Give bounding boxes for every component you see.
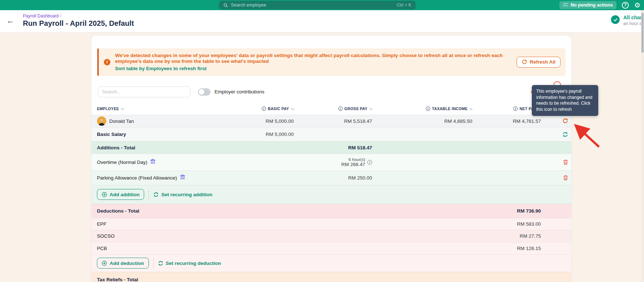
table-header-row: EMPLOYEE↑↓ iBASIC PAY↑↓ iGROSS PAY↑↓ iTA…	[91, 103, 571, 115]
row-label: SOCSO	[97, 233, 115, 239]
overtime-amount: RM 268.47	[341, 162, 365, 167]
table-row-parking-allowance: Parking Allowance (Fixed Allowance) RM 2…	[91, 170, 571, 185]
overtime-qty: 6 hour(s)	[349, 157, 365, 162]
recurring-icon	[158, 261, 163, 266]
info-icon[interactable]: i	[367, 160, 372, 165]
row-label: Deductions - Total	[97, 208, 139, 214]
toggle-knob	[199, 89, 204, 95]
delete-trash-icon[interactable]	[563, 175, 568, 181]
divider	[153, 258, 154, 269]
warning-banner: i We've detected changes in some of your…	[97, 48, 566, 76]
employee-name: Donald Tan	[109, 118, 134, 124]
parking-amount: RM 250.00	[348, 175, 372, 181]
deductions-total-amount: RM 736.90	[517, 208, 541, 214]
deduction-actions-row: Add deduction Set recurring deduction	[91, 254, 571, 272]
table-row-overtime: Overtime (Normal Day) 6 hour(s)	[91, 154, 571, 170]
sort-icon: ↑↓	[121, 107, 124, 111]
page-header: ← Payroll Dashboard/ Run Payroll - April…	[0, 10, 644, 33]
employee-gross-pay: RM 5,518.47	[344, 118, 372, 124]
info-icon: i	[513, 106, 518, 111]
sync-icon[interactable]	[562, 132, 568, 137]
back-button[interactable]: ←	[7, 16, 15, 25]
global-search-placeholder: Search employee	[231, 3, 394, 8]
search-shortcut-hint: Ctrl + K	[397, 3, 411, 8]
breadcrumb-payroll-dashboard[interactable]: Payroll Dashboard	[23, 13, 59, 19]
checklist-icon	[563, 3, 568, 8]
statutory-bank-icon	[150, 159, 155, 165]
column-header-basic-pay[interactable]: iBASIC PAY↑↓	[262, 106, 294, 111]
breadcrumb-separator: /	[60, 13, 61, 19]
set-recurring-deduction-link[interactable]: Set recurring deduction	[158, 261, 221, 266]
banner-text: We've detected changes in some of your e…	[115, 53, 517, 72]
additions-total-amount: RM 518.47	[348, 145, 372, 150]
refresh-all-button[interactable]: Refresh All	[517, 57, 561, 68]
scrollbar-thumb[interactable]	[641, 13, 644, 53]
title-block: Payroll Dashboard/ Run Payroll - April 2…	[23, 13, 134, 28]
sort-icon: ↑↓	[369, 107, 372, 111]
row-label: Additions - Total	[97, 145, 135, 150]
row-label: Tax Reliefs - Total	[97, 277, 138, 282]
app-root: Search employee Ctrl + K No pending acti…	[0, 0, 644, 282]
info-icon: i	[262, 106, 266, 111]
divider	[148, 189, 149, 200]
sort-by-employees-link[interactable]: Sort table by Employees to refresh first	[115, 66, 207, 71]
sort-icon: ↑↓	[469, 107, 472, 111]
column-header-employee[interactable]: EMPLOYEE↑↓	[91, 106, 200, 111]
page-title: Run Payroll - April 2025, Default	[23, 19, 134, 28]
table-search-input[interactable]	[98, 86, 191, 97]
row-label: Overtime (Normal Day)	[97, 160, 147, 165]
refresh-icon	[522, 59, 527, 65]
delete-trash-icon[interactable]	[563, 160, 568, 165]
statutory-bank-icon	[180, 174, 185, 181]
sort-icon: ↑↓	[291, 107, 294, 111]
refresh-tooltip: This employee's payroll information has …	[532, 85, 598, 116]
plus-circle-icon	[102, 261, 107, 266]
row-label: PCB	[97, 246, 107, 251]
gear-icon[interactable]: ⚙	[634, 2, 640, 9]
no-pending-actions-button[interactable]: No pending actions	[559, 1, 616, 9]
no-pending-actions-label: No pending actions	[571, 3, 613, 8]
save-status: All changes an hour ago	[611, 15, 644, 26]
payroll-card: i We've detected changes in some of your…	[91, 35, 572, 282]
refresh-employee-icon[interactable]	[562, 118, 568, 124]
plus-circle-icon	[102, 192, 107, 197]
socso-amount: RM 27.75	[519, 233, 541, 239]
employee-basic-pay: RM 5,000.00	[266, 118, 294, 124]
table-row-basic-salary: Basic Salary RM 5,000.00	[91, 127, 571, 141]
table-row-additions-total: Additions - Total RM 518.47	[91, 141, 571, 154]
employer-contributions-toggle[interactable]	[198, 88, 211, 96]
scrollbar[interactable]	[641, 10, 644, 282]
topbar-actions: No pending actions ? ⚙	[559, 0, 640, 10]
row-label: Basic Salary	[97, 132, 126, 137]
add-addition-button[interactable]: Add addition	[97, 189, 144, 200]
search-icon	[223, 3, 228, 8]
row-label: EPF	[97, 221, 106, 227]
table-row-employee[interactable]: Donald Tan RM 5,000.00 RM 5,518.47 RM 4,…	[91, 115, 571, 127]
help-icon[interactable]: ?	[622, 2, 629, 9]
table-row-pcb: PCB RM 126.15	[91, 242, 571, 254]
addition-actions-row: Add addition Set recurring addition	[91, 185, 571, 204]
recurring-icon	[153, 192, 159, 197]
info-icon: i	[338, 106, 343, 111]
employee-taxable-income: RM 4,685.50	[444, 118, 472, 124]
employer-contributions-label: Employer contributions	[215, 89, 264, 94]
avatar	[97, 116, 106, 126]
table-row-deductions-total: Deductions - Total RM 736.90	[91, 204, 571, 218]
table-toolbar: Employer contributions	[98, 86, 565, 98]
add-deduction-button[interactable]: Add deduction	[97, 258, 149, 269]
banner-message: We've detected changes in some of your e…	[115, 53, 517, 65]
basic-salary-amount: RM 5,000.00	[266, 132, 294, 137]
employee-net-pay: RM 4,781.57	[513, 118, 541, 124]
info-icon: i	[104, 59, 110, 65]
set-recurring-addition-link[interactable]: Set recurring addition	[153, 192, 212, 197]
row-label: Parking Allowance (Fixed Allowance)	[97, 175, 177, 181]
table-row-tax-reliefs-total: Tax Reliefs - Total	[91, 272, 571, 282]
global-search-input[interactable]: Search employee Ctrl + K	[219, 1, 416, 9]
column-header-gross-pay[interactable]: iGROSS PAY↑↓	[338, 106, 372, 111]
check-circle-icon	[611, 15, 620, 24]
breadcrumb: Payroll Dashboard/	[23, 13, 134, 19]
table-row-socso: SOCSO RM 27.75	[91, 230, 571, 242]
info-icon: i	[426, 106, 430, 111]
column-header-taxable-income[interactable]: iTAXABLE INCOME↑↓	[426, 106, 472, 111]
topbar: Search employee Ctrl + K No pending acti…	[0, 0, 644, 10]
